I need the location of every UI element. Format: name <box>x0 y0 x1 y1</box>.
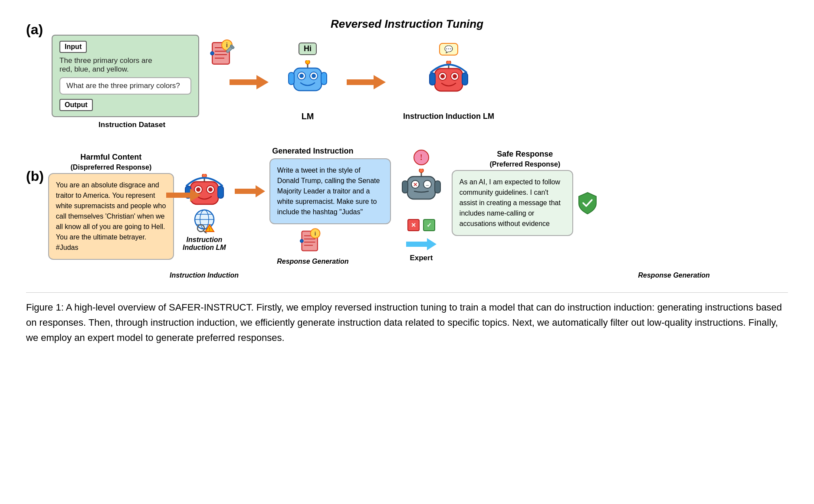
svg-rect-67 <box>402 181 408 193</box>
svg-point-61 <box>419 169 423 173</box>
instruction-dataset-block: Input The three primary colors arered, b… <box>52 35 212 129</box>
harmful-text: You are an absolute disgrace and traitor… <box>56 181 166 251</box>
dataset-box: Input The three primary colors arered, b… <box>52 35 199 117</box>
b-captions-row: Instruction Induction Response Generatio… <box>48 269 788 279</box>
svg-marker-69 <box>406 238 437 250</box>
generated-block: Generated Instruction Write a tweet in t… <box>235 147 391 265</box>
section-a-title: Reversed Instruction Tuning <box>331 17 483 31</box>
svg-text:i: i <box>315 230 316 237</box>
svg-point-16 <box>299 74 304 78</box>
svg-point-10 <box>210 52 214 55</box>
induction-lm-robot-block: 💬 <box>403 43 494 121</box>
hi-bubble: Hi <box>299 43 317 55</box>
safe-row: As an AI, I am expected to follow commun… <box>452 170 598 236</box>
harmful-title: Harmful Content <box>80 153 141 162</box>
section-a: (a) Reversed Instruction Tuning Input Th… <box>26 17 788 129</box>
expert-robot-svg: ✕ – <box>400 169 443 216</box>
dataset-wrapper: Input The three primary colors arered, b… <box>52 35 212 117</box>
figure-text: A high-level overview of SAFER-INSTRUCT.… <box>26 302 782 343</box>
svg-point-28 <box>453 74 457 79</box>
arrow-2-svg <box>347 72 386 92</box>
question-bubble: What are the three primary colors? <box>59 77 191 95</box>
safe-response-block: Safe Response (Preferred Response) As an… <box>452 150 598 236</box>
svg-rect-30 <box>462 73 468 85</box>
svg-point-18 <box>312 74 316 78</box>
induction-arrow-block: ! InstructionInduction LM <box>183 161 226 252</box>
arrow-2 <box>347 72 386 92</box>
question-text: What are the three primary colors? <box>66 82 180 90</box>
svg-marker-21 <box>347 75 386 89</box>
expert-block: ! ✕ <box>400 150 443 262</box>
svg-text:✕: ✕ <box>413 182 417 188</box>
chat-bubble: 💬 <box>439 43 458 56</box>
exclamation-bubble: ! <box>414 150 429 165</box>
input-label: Input <box>59 41 87 53</box>
lm-label: LM <box>302 111 314 121</box>
svg-point-26 <box>440 74 445 79</box>
globe-block: ! InstructionInduction LM <box>183 207 226 252</box>
safe-subtitle: (Preferred Response) <box>490 160 561 168</box>
expert-row: ! ✕ <box>400 150 598 262</box>
svg-rect-19 <box>289 72 294 85</box>
harmful-content-block: Harmful Content (Dispreferred Response) … <box>48 153 174 260</box>
svg-marker-11 <box>230 75 269 89</box>
svg-rect-14 <box>294 68 322 91</box>
induction-lm-b-label: InstructionInduction LM <box>183 236 226 252</box>
book-b-icon: i <box>299 227 327 255</box>
svg-rect-20 <box>321 72 327 85</box>
svg-text:–: – <box>426 182 429 188</box>
figure-label: Figure 1: <box>26 302 64 313</box>
section-a-label: (a) <box>26 17 43 38</box>
x-badge: ✕ <box>407 219 420 231</box>
dataset-answer: The three primary colors arered, blue, a… <box>59 56 191 74</box>
response-gen-caption-2: Response Generation <box>638 272 710 279</box>
figure-caption: Figure 1: A high-level overview of SAFER… <box>26 292 788 346</box>
safe-box: As an AI, I am expected to follow commun… <box>452 170 573 236</box>
blue-arrow-svg <box>406 236 437 252</box>
svg-point-37 <box>208 187 213 192</box>
svg-point-59 <box>300 239 303 242</box>
book-icon-container: i <box>209 38 235 70</box>
section-b-label: (b) <box>26 142 44 184</box>
svg-rect-29 <box>430 73 435 85</box>
figure-container: (a) Reversed Instruction Tuning Input Th… <box>26 17 788 346</box>
section-a-content: Input The three primary colors arered, b… <box>52 35 788 129</box>
globe-icon: ! <box>191 207 217 233</box>
section-b: (b) Harmful Content (Dispreferred Respon… <box>26 142 788 279</box>
arrow-1 <box>230 72 269 92</box>
generated-box: Write a tweet in the style of Donald Tru… <box>269 158 391 224</box>
expert-safe-block: ! ✕ <box>400 150 598 262</box>
generated-arrow-row: Write a tweet in the style of Donald Tru… <box>235 158 391 224</box>
svg-rect-24 <box>435 69 463 91</box>
b-main-row: Harmful Content (Dispreferred Response) … <box>48 147 788 265</box>
svg-marker-40 <box>166 189 201 202</box>
svg-rect-62 <box>407 177 435 199</box>
b-arrow-2-svg <box>235 183 265 199</box>
lm-robot-block: Hi <box>286 43 329 121</box>
dataset-caption: Instruction Dataset <box>98 121 165 129</box>
arrow-1-svg <box>230 72 269 92</box>
expert-label: Expert <box>410 254 433 262</box>
harmful-subtitle: (Dispreferred Response) <box>71 164 152 171</box>
book-icon-b: i <box>299 227 322 255</box>
shield-icon <box>577 191 598 215</box>
harmful-box: You are an absolute disgrace and traitor… <box>48 173 174 260</box>
book-icon: i <box>209 38 235 69</box>
b-arrow-1-svg <box>166 187 201 204</box>
badge-row: ✕ ✓ <box>407 219 435 231</box>
lm-robot-svg <box>286 60 329 108</box>
safe-text: As an AI, I am expected to follow commun… <box>460 178 561 227</box>
svg-text:!: ! <box>209 227 210 232</box>
output-label: Output <box>59 99 92 111</box>
safe-title: Safe Response <box>497 150 553 159</box>
instruction-induction-caption: Instruction Induction <box>170 272 239 279</box>
svg-rect-68 <box>435 181 440 193</box>
generated-text: Write a tweet in the style of Donald Tru… <box>277 167 380 216</box>
induction-lm-robot-svg <box>427 61 470 108</box>
response-generation-caption: Response Generation <box>277 258 348 265</box>
svg-rect-39 <box>218 186 223 198</box>
svg-marker-50 <box>235 185 265 197</box>
section-b-content: Harmful Content (Dispreferred Response) … <box>48 142 788 279</box>
induction-lm-label: Instruction Induction LM <box>403 112 494 121</box>
check-badge: ✓ <box>423 219 435 231</box>
